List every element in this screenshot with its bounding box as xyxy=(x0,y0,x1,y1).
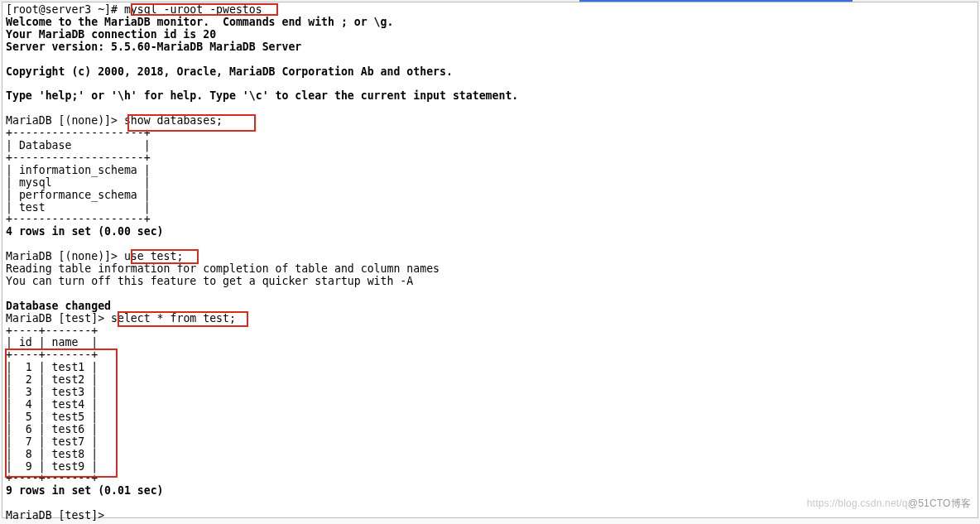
help-line: Type 'help;' or '\h' for help. Type '\c'… xyxy=(6,89,518,102)
cmd-select-from-test: select * from test; xyxy=(111,312,236,324)
result-row: | 8 | test8 | xyxy=(6,448,98,460)
result-border-mid: +----+-------+ xyxy=(6,349,98,361)
db-row: | performance_schema | xyxy=(6,189,151,201)
welcome-line-2: Your MariaDB connection id is 20 xyxy=(6,28,216,41)
db-row: | mysql | xyxy=(6,176,151,189)
db-table-border-mid: +--------------------+ xyxy=(6,151,151,164)
mariadb-prompt-none: MariaDB [(none)]> xyxy=(6,250,124,262)
result-row: | 9 | test9 | xyxy=(6,460,98,473)
result-header: | id | name | xyxy=(6,336,98,349)
result-row: | 1 | test1 | xyxy=(6,361,98,373)
mariadb-prompt-test: MariaDB [test]> xyxy=(6,312,111,324)
cmd-use-test: use test; xyxy=(124,250,183,262)
shell-command: mysql -uroot -pwestos xyxy=(124,3,262,16)
db-rows-footer: 4 rows in set (0.00 sec) xyxy=(6,225,164,238)
cmd-show-databases: show databases; xyxy=(124,114,223,127)
copyright-line: Copyright (c) 2000, 2018, Oracle, MariaD… xyxy=(6,65,453,78)
result-row: | 4 | test4 | xyxy=(6,398,98,411)
mariadb-prompt-none: MariaDB [(none)]> xyxy=(6,114,124,127)
use-test-line-2: You can turn off this feature to get a q… xyxy=(6,275,413,287)
db-table-border-top: +--------------------+ xyxy=(6,127,151,139)
db-table-border-bot: +--------------------+ xyxy=(6,213,151,225)
welcome-line-1: Welcome to the MariaDB monitor. Commands… xyxy=(6,16,393,28)
db-row: | information_schema | xyxy=(6,164,151,176)
terminal-window[interactable]: [root@server3 ~]# mysql -uroot -pwestos … xyxy=(2,2,978,518)
result-border-top: +----+-------+ xyxy=(6,324,98,337)
result-rows-footer: 9 rows in set (0.01 sec) xyxy=(6,484,164,497)
result-row: | 5 | test5 | xyxy=(6,411,98,423)
result-row: | 6 | test6 | xyxy=(6,423,98,435)
database-changed: Database changed xyxy=(6,300,111,312)
result-row: | 3 | test3 | xyxy=(6,386,98,398)
mariadb-prompt-test-final: MariaDB [test]> xyxy=(6,509,111,522)
use-test-line-1: Reading table information for completion… xyxy=(6,262,440,275)
welcome-line-3: Server version: 5.5.60-MariaDB MariaDB S… xyxy=(6,41,301,53)
result-row: | 2 | test2 | xyxy=(6,373,98,386)
shell-prompt: [root@server3 ~]# xyxy=(6,3,124,16)
result-row: | 7 | test7 | xyxy=(6,435,98,448)
db-table-header: | Database | xyxy=(6,139,151,151)
terminal-output: [root@server3 ~]# mysql -uroot -pwestos … xyxy=(6,4,978,522)
result-border-bot: +----+-------+ xyxy=(6,472,98,484)
db-row: | test | xyxy=(6,201,151,214)
